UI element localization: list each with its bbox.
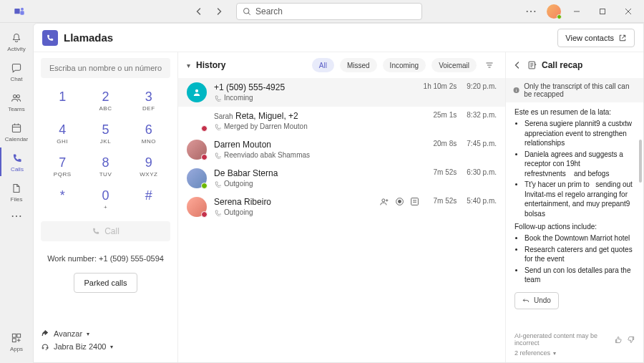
recap-bullet: Tt'y hacer un prim to sending out Invita… xyxy=(525,180,635,218)
rail-files[interactable]: Files xyxy=(0,178,33,206)
chat-icon xyxy=(10,62,23,74)
maximize-button[interactable] xyxy=(592,3,613,20)
nav-back-button[interactable] xyxy=(190,3,208,20)
references-toggle[interactable]: 2 references ▾ xyxy=(514,349,635,357)
dial-input[interactable] xyxy=(41,58,170,78)
calls-badge-icon xyxy=(42,30,58,46)
recap-banner: Only the transcript of this call can be … xyxy=(506,78,643,102)
history-sub: Reenviado abak Shammas xyxy=(214,151,426,159)
history-row[interactable]: Sarah Reta, Miguel, +2Merged by Darren M… xyxy=(178,107,505,135)
rail-calls[interactable]: Calls xyxy=(0,147,33,176)
recap-bullet: Daniela agrees and suggests a receptor c… xyxy=(525,150,635,179)
rail-teams[interactable]: Teams xyxy=(0,87,33,116)
close-button[interactable] xyxy=(618,3,638,20)
history-row[interactable]: De Babar SternaOutgoing7m 52s6:30 p.m. xyxy=(178,164,505,193)
rail-calendar[interactable]: Calendar xyxy=(0,117,33,146)
keypad-key-5[interactable]: 5JKL xyxy=(84,117,127,150)
device-settings[interactable]: Jabra Biz 2400 ▾ xyxy=(41,342,170,351)
keypad-key-9[interactable]: 9WXYZ xyxy=(127,150,170,183)
view-contacts-button[interactable]: View contacts xyxy=(557,29,635,47)
rail-apps[interactable]: Apps xyxy=(0,327,33,356)
record-icon[interactable] xyxy=(395,197,404,206)
filter-voicemail[interactable]: Voicemail xyxy=(431,58,477,72)
minimize-button[interactable] xyxy=(567,3,587,20)
filter-button[interactable] xyxy=(482,61,497,69)
bell-icon xyxy=(10,32,23,44)
recap-panel: Call recap Only the transcript of this c… xyxy=(506,52,643,362)
duration: 7m 52s xyxy=(434,197,457,205)
recap-bullet: Book the Downtown Marriot hotel xyxy=(525,233,635,243)
recap-bullet: Serena sugiere plannit9 a custxtw apprec… xyxy=(525,119,635,148)
history-name: Serena Ribeiro xyxy=(214,197,373,207)
history-sub: Outgoing xyxy=(214,208,373,216)
thumbs-up-button[interactable] xyxy=(615,336,623,344)
history-row[interactable]: Darren MoutonReenviado abak Shammas20m 8… xyxy=(178,135,505,164)
external-link-icon xyxy=(618,34,627,42)
calendar-icon xyxy=(10,122,23,135)
svg-point-5 xyxy=(14,95,16,97)
svg-rect-10 xyxy=(12,338,16,342)
search-placeholder: Search xyxy=(255,6,283,16)
teams-logo xyxy=(6,6,33,17)
history-name: Sarah Reta, Miguel, +2 xyxy=(214,111,426,121)
keypad-key-1[interactable]: 1 xyxy=(41,84,84,117)
keypad-key-6[interactable]: 6MNO xyxy=(127,117,170,150)
rail-chat[interactable]: Chat xyxy=(0,57,33,86)
dialer-panel: 1 2ABC3DEF4GHI5JKL6MNO7PQRS8TUV9WXYZ* 0+… xyxy=(34,52,178,362)
search-input[interactable]: Search xyxy=(236,3,422,20)
keypad-key-7[interactable]: 7PQRS xyxy=(41,150,84,183)
filter-missed[interactable]: Missed xyxy=(340,58,377,72)
page-title: Llamadas xyxy=(64,32,113,44)
duration: 25m 1s xyxy=(434,111,457,119)
rail-activity[interactable]: Activity xyxy=(0,27,33,56)
svg-rect-8 xyxy=(12,334,16,337)
history-panel: ▾ History All Missed Incoming Voicemail … xyxy=(178,52,506,362)
avatar[interactable] xyxy=(547,4,561,19)
keypad-key-#[interactable]: # xyxy=(127,183,170,216)
filter-all[interactable]: All xyxy=(312,58,334,72)
chevron-down-icon[interactable]: ▾ xyxy=(187,62,190,69)
undo-button[interactable]: Undo xyxy=(514,292,559,309)
keypad-key-8[interactable]: 8TUV xyxy=(84,150,127,183)
recap-title: Call recap xyxy=(527,60,582,70)
history-row[interactable]: Serena RibeiroOutgoing7m 52s5:40 p.m. xyxy=(178,193,505,221)
svg-rect-0 xyxy=(14,9,19,14)
presence-icon xyxy=(201,125,208,132)
recap-icon xyxy=(527,60,537,70)
chevron-down-icon: ▾ xyxy=(87,331,89,337)
svg-point-6 xyxy=(16,95,19,97)
filter-incoming[interactable]: Incoming xyxy=(383,58,426,72)
avatar xyxy=(187,168,207,188)
scrollbar[interactable] xyxy=(639,140,642,183)
forward-icon xyxy=(41,329,49,338)
keypad-key-0[interactable]: 0+ xyxy=(84,183,127,216)
recap-body: Este es un resumen de la lata: Serena su… xyxy=(506,102,643,329)
history-list: +1 (509) 555-4925Incoming1h 10m 2s9:20 p… xyxy=(178,78,505,362)
history-row[interactable]: +1 (509) 555-4925Incoming1h 10m 2s9:20 p… xyxy=(178,78,505,107)
keypad-key-4[interactable]: 4GHI xyxy=(41,117,84,150)
forward-settings[interactable]: Avanzar ▾ xyxy=(41,329,170,338)
info-icon xyxy=(513,86,519,95)
time: 6:30 p.m. xyxy=(467,168,497,176)
work-number: Work number: +1 (509) 555-0594 xyxy=(41,254,170,263)
keypad-key-*[interactable]: * xyxy=(41,183,84,216)
keypad-key-3[interactable]: 3DEF xyxy=(127,84,170,117)
page-header: Llamadas View contacts xyxy=(34,24,643,52)
keypad-key-2[interactable]: 2ABC xyxy=(84,84,127,117)
nav-forward-button[interactable] xyxy=(210,3,228,20)
call-button[interactable]: Call xyxy=(41,221,170,241)
time: 7:45 p.m. xyxy=(467,140,497,147)
add-participant-icon[interactable] xyxy=(380,197,389,206)
svg-point-11 xyxy=(195,89,198,92)
parked-calls-button[interactable]: Parked calls xyxy=(74,273,138,293)
history-title: History xyxy=(196,60,225,70)
time: 5:40 p.m. xyxy=(467,197,497,205)
more-button[interactable]: ⋯ xyxy=(521,3,541,20)
search-icon xyxy=(243,7,251,16)
avatar xyxy=(187,197,207,217)
recap-back-button[interactable] xyxy=(513,61,522,69)
history-name: +1 (509) 555-4925 xyxy=(214,82,416,92)
thumbs-down-button[interactable] xyxy=(627,336,635,344)
rail-more[interactable]: ⋯ xyxy=(11,209,22,223)
transcript-icon[interactable] xyxy=(410,197,419,206)
